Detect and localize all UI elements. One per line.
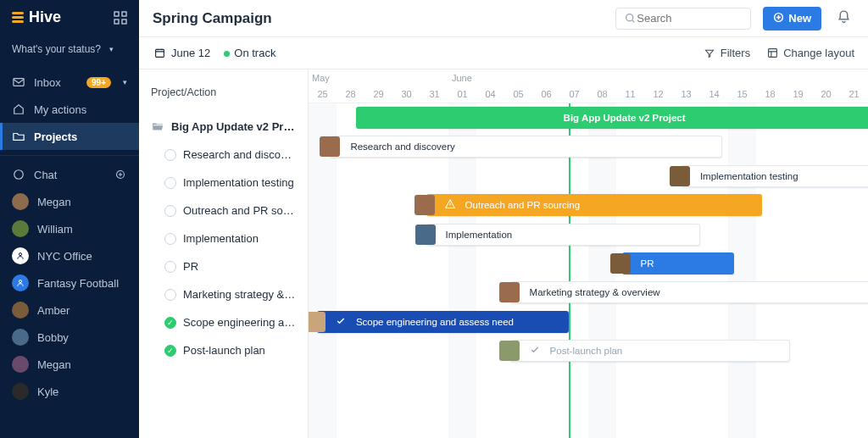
- avatar: [12, 302, 29, 319]
- check-circle-icon[interactable]: ✓: [164, 345, 176, 357]
- status-prompt[interactable]: What's your status? ▾: [0, 35, 139, 64]
- panel-header: Project/Action: [139, 69, 308, 103]
- assignee-avatar: [499, 341, 520, 361]
- circle-icon[interactable]: [164, 261, 176, 273]
- day-tick: 04: [476, 89, 504, 99]
- day-tick: 21: [840, 89, 868, 99]
- date-display[interactable]: June 12: [153, 47, 210, 60]
- svg-rect-11: [155, 49, 164, 57]
- task-row[interactable]: ✓Scope engineering and as: [139, 308, 308, 336]
- envelope-icon: [12, 75, 25, 89]
- assignee-avatar: [415, 195, 435, 215]
- nav-projects[interactable]: Projects: [0, 123, 139, 150]
- svg-rect-12: [768, 49, 776, 58]
- day-tick: 18: [756, 89, 784, 99]
- avatar: [12, 247, 29, 264]
- logo-mark-icon: [12, 12, 24, 23]
- plus-icon[interactable]: [114, 168, 127, 181]
- chat-section[interactable]: Chat: [0, 161, 139, 188]
- gantt-chart: MayJune 25282930310104050607081112131415…: [309, 69, 868, 438]
- day-tick: 01: [448, 89, 476, 99]
- calendar-icon: [153, 47, 166, 60]
- logo[interactable]: Hive: [12, 8, 61, 26]
- check-icon: [336, 316, 346, 328]
- circle-icon[interactable]: [164, 177, 176, 189]
- home-icon: [12, 103, 25, 116]
- avatar: [12, 274, 29, 291]
- chevron-down-icon: ▾: [123, 78, 127, 86]
- filters-button[interactable]: Filters: [703, 47, 750, 60]
- gantt-bar[interactable]: Marketing strategy & overview: [510, 281, 868, 303]
- filter-icon: [703, 47, 716, 60]
- gantt-bar[interactable]: PR: [622, 252, 734, 274]
- task-row[interactable]: Outreach and PR sourcing: [139, 197, 308, 225]
- svg-rect-1: [122, 12, 126, 16]
- project-row[interactable]: Big App Update v2 Project: [139, 112, 308, 141]
- day-tick: 20: [812, 89, 840, 99]
- day-tick: 06: [532, 89, 560, 99]
- person-nyc-office[interactable]: NYC Office: [0, 242, 139, 269]
- day-tick: 11: [616, 89, 644, 99]
- assignee-avatar: [309, 312, 326, 332]
- day-tick: 13: [672, 89, 700, 99]
- circle-icon[interactable]: [164, 233, 176, 245]
- nav-my-actions[interactable]: My actions: [0, 96, 139, 123]
- task-row[interactable]: Implementation testing: [139, 169, 308, 197]
- day-tick: 29: [364, 89, 392, 99]
- apps-grid-icon[interactable]: [114, 11, 127, 25]
- task-row[interactable]: PR: [139, 252, 308, 280]
- svg-point-9: [626, 14, 632, 21]
- timeline-header: MayJune 25282930310104050607081112131415…: [309, 69, 868, 103]
- assignee-avatar: [499, 282, 520, 302]
- brand-name: Hive: [29, 8, 61, 26]
- assignee-avatar: [320, 136, 340, 157]
- change-layout-button[interactable]: Change layout: [765, 47, 854, 60]
- circle-icon[interactable]: [164, 205, 176, 217]
- layout-icon: [765, 47, 779, 60]
- svg-rect-4: [14, 79, 24, 86]
- bell-icon[interactable]: [833, 6, 854, 30]
- person-megan[interactable]: Megan: [0, 188, 139, 215]
- svg-point-7: [19, 253, 21, 256]
- folder-icon: [12, 130, 25, 143]
- person-amber[interactable]: Amber: [0, 297, 139, 324]
- day-tick: 30: [392, 89, 420, 99]
- task-row[interactable]: Implementation: [139, 225, 308, 252]
- project-status[interactable]: On track: [224, 47, 275, 59]
- check-circle-icon[interactable]: ✓: [164, 317, 176, 329]
- gantt-bar[interactable]: Outreach and PR sourcing: [426, 194, 762, 216]
- person-bobby[interactable]: Bobby: [0, 324, 139, 351]
- day-tick: 28: [337, 89, 364, 99]
- person-william[interactable]: William: [0, 215, 139, 242]
- chevron-down-icon: ▾: [109, 45, 114, 53]
- gantt-bar[interactable]: Scope engineering and assess need: [317, 311, 569, 333]
- gantt-bar[interactable]: Big App Update v2 Project: [356, 107, 868, 129]
- page-title: Spring Campaign: [153, 10, 272, 27]
- person-fantasy-football[interactable]: Fantasy Football: [0, 269, 139, 297]
- assignee-avatar: [670, 166, 690, 186]
- person-kyle[interactable]: Kyle: [0, 378, 139, 405]
- task-row[interactable]: ✓Post-launch plan: [139, 336, 308, 364]
- search-input[interactable]: [637, 12, 743, 25]
- circle-icon[interactable]: [164, 149, 176, 161]
- task-row[interactable]: Marketing strategy & over: [139, 280, 308, 308]
- day-tick: 15: [728, 89, 756, 99]
- gantt-bar[interactable]: Implementation testing: [681, 165, 868, 187]
- svg-rect-2: [114, 19, 119, 24]
- gantt-bar[interactable]: Research and discovery: [331, 136, 722, 158]
- search-box[interactable]: [615, 8, 751, 30]
- svg-point-8: [19, 280, 21, 283]
- task-row[interactable]: Research and discovery: [139, 141, 308, 169]
- person-megan[interactable]: Megan: [0, 351, 139, 378]
- circle-icon[interactable]: [164, 289, 176, 301]
- gantt-bar[interactable]: Post-launch plan: [510, 340, 790, 362]
- gantt-bar[interactable]: Implementation: [426, 224, 700, 246]
- assignee-avatar: [610, 253, 631, 274]
- plus-circle-icon: [773, 12, 784, 25]
- inbox-badge: 99+: [86, 77, 111, 88]
- sidebar: Hive What's your status? ▾ Inbox 99+ ▾ M…: [0, 0, 139, 438]
- folder-open-icon: [151, 119, 164, 133]
- month-label: June: [452, 73, 472, 83]
- new-button[interactable]: New: [763, 7, 821, 30]
- nav-inbox[interactable]: Inbox 99+ ▾: [0, 69, 139, 96]
